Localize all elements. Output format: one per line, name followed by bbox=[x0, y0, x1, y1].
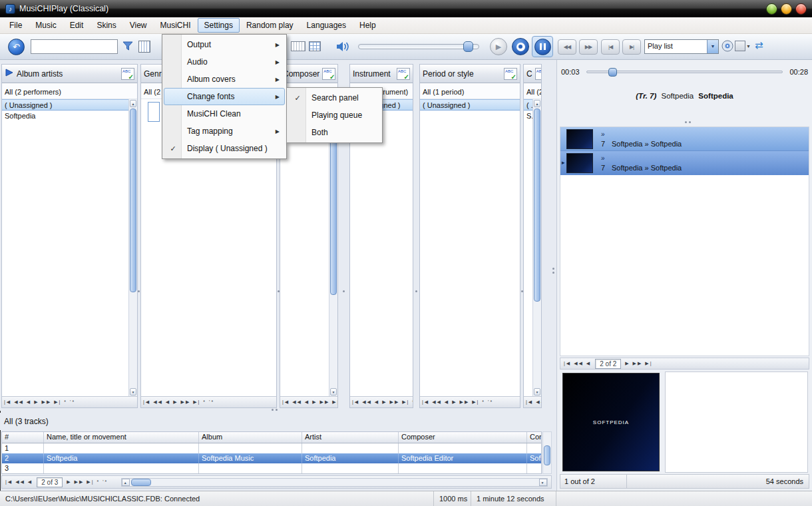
abc-filter-icon[interactable]: ABC✓ bbox=[322, 68, 335, 80]
splitter-handle[interactable] bbox=[685, 121, 692, 123]
seek-slider[interactable] bbox=[586, 71, 783, 73]
previous-track-button[interactable]: |◀ bbox=[601, 39, 620, 55]
abc-filter-icon[interactable]: ABC✓ bbox=[397, 68, 410, 80]
column-header-album[interactable]: Album bbox=[199, 432, 302, 443]
keyboard-icon[interactable] bbox=[291, 41, 305, 51]
splitter-handle[interactable] bbox=[276, 409, 278, 411]
menu-music[interactable]: Music bbox=[29, 18, 63, 33]
volume-slider[interactable] bbox=[358, 44, 479, 49]
refresh-icon[interactable]: ↶ bbox=[8, 39, 25, 55]
next-track-button[interactable]: ▶| bbox=[622, 39, 641, 55]
menu-languages[interactable]: Languages bbox=[300, 18, 353, 33]
list-item[interactable]: ( Unassigned ) bbox=[2, 99, 137, 111]
column-all-row[interactable]: All (2 c bbox=[524, 83, 541, 99]
menu-settings[interactable]: Settings bbox=[198, 18, 240, 33]
table-row-selected[interactable]: 2 Softpedia Softpedia Music Softpedia So… bbox=[2, 453, 541, 463]
chevron-down-icon[interactable]: ▼ bbox=[707, 40, 718, 53]
volume-slider-thumb[interactable] bbox=[463, 41, 473, 52]
filter-icon[interactable] bbox=[122, 41, 133, 53]
column-nav[interactable]: |◀ ◀◀ ◀ ▶ ▶▶ ▶| * '* bbox=[420, 396, 520, 407]
splitter-handle[interactable] bbox=[278, 290, 280, 292]
playlist-combobox[interactable]: Play list ▼ bbox=[644, 39, 719, 54]
scrollbar-thumb[interactable] bbox=[544, 445, 550, 465]
tag-tool-caret-icon[interactable]: ▼ bbox=[746, 44, 751, 49]
disc-icon[interactable] bbox=[721, 40, 733, 54]
pause-button[interactable] bbox=[532, 36, 553, 57]
menu-item-playing-queue[interactable]: Playing queue bbox=[288, 107, 381, 124]
scrollbar-thumb[interactable] bbox=[131, 479, 151, 486]
minimize-button[interactable] bbox=[766, 3, 777, 15]
column-header-artist[interactable]: Artist bbox=[302, 432, 399, 443]
menu-item-change-fonts[interactable]: Change fonts▶ bbox=[164, 88, 285, 105]
column-header-period[interactable]: Period or style ABC✓ bbox=[420, 65, 520, 83]
column-header-number[interactable]: # bbox=[2, 432, 44, 443]
queue-row[interactable]: » 7Softpedia » Softpedia bbox=[560, 127, 809, 151]
column-header-conductor[interactable]: C ABC✓ bbox=[524, 65, 541, 83]
menu-musichi[interactable]: MusiCHI bbox=[154, 18, 198, 33]
abc-filter-icon[interactable]: ABC✓ bbox=[535, 68, 542, 80]
scrollbar[interactable]: ▲ ▼ bbox=[128, 99, 137, 396]
column-nav[interactable]: |◀ ◀◀ ◀ ▶ ▶▶ ▶| * '* bbox=[280, 396, 337, 407]
column-header-instrument[interactable]: Instrument ABC✓ bbox=[350, 65, 413, 83]
menu-skins[interactable]: Skins bbox=[90, 18, 122, 33]
column-nav[interactable]: |◀ ◀◀ ◀ ▶ ▶▶ ▶| * '* bbox=[141, 396, 276, 407]
horizontal-scrollbar[interactable]: ▲ ▼ bbox=[121, 478, 548, 487]
column-header-album-artists[interactable]: Album artists ABC✓ bbox=[2, 65, 137, 83]
list-item[interactable]: ( Unassigned ) bbox=[420, 99, 520, 111]
menu-random-play[interactable]: Random play bbox=[240, 18, 300, 33]
column-nav[interactable]: |◀ ◀◀ ◀ ▶ ▶▶ ▶| * '* bbox=[2, 396, 137, 407]
scrollbar[interactable]: ▲ ▼ bbox=[329, 99, 337, 396]
abc-filter-icon[interactable]: ABC✓ bbox=[504, 68, 517, 80]
splitter-handle[interactable] bbox=[521, 290, 523, 292]
column-header-composer[interactable]: Composer ABC✓ bbox=[280, 65, 337, 83]
column-nav[interactable]: |◀ ◀◀ ◀ ▶ ▶▶ ▶| * '* bbox=[350, 396, 413, 407]
column-header-conductor[interactable]: Con bbox=[527, 432, 541, 443]
menu-help[interactable]: Help bbox=[353, 18, 383, 33]
menu-item-output[interactable]: Output▶ bbox=[164, 36, 285, 53]
nav-next-buttons[interactable]: ▶ ▶▶ ▶| bbox=[625, 361, 652, 366]
list-item[interactable]: Softpedia bbox=[2, 111, 137, 122]
stop-button[interactable] bbox=[512, 38, 529, 55]
seek-slider-thumb[interactable] bbox=[608, 68, 617, 77]
speaker-icon[interactable] bbox=[336, 41, 351, 55]
table-row[interactable]: 3 bbox=[2, 463, 541, 473]
nav-next-buttons[interactable]: ▶ ▶▶ ▶| * '* bbox=[67, 479, 108, 485]
tag-tool-icon[interactable] bbox=[735, 41, 745, 51]
column-chooser-icon[interactable] bbox=[138, 41, 150, 53]
menu-item-search-panel[interactable]: ✓Search panel bbox=[288, 89, 381, 107]
splitter-handle[interactable] bbox=[138, 290, 140, 292]
menu-item-musichi-clean[interactable]: MusiCHI Clean bbox=[164, 105, 285, 123]
splitter-handle[interactable] bbox=[343, 290, 345, 292]
genre-item-thumbnail[interactable] bbox=[148, 102, 160, 122]
nav-prev-buttons[interactable]: |◀ ◀◀ ◀ bbox=[5, 479, 33, 485]
column-header-composer[interactable]: Composer bbox=[399, 432, 527, 443]
table-row[interactable]: 1 bbox=[2, 443, 541, 453]
queue-row-current[interactable]: ▸ » 7Softpedia » Softpedia bbox=[560, 151, 809, 175]
menu-item-both[interactable]: Both bbox=[288, 124, 381, 141]
nav-prev-buttons[interactable]: |◀ ◀◀ ◀ bbox=[564, 361, 591, 366]
splitter-handle[interactable] bbox=[415, 290, 417, 292]
scrollbar[interactable]: ▲ ▼ bbox=[532, 99, 541, 396]
maximize-button[interactable] bbox=[781, 3, 792, 15]
abc-filter-icon[interactable]: ABC✓ bbox=[121, 68, 134, 80]
close-button[interactable] bbox=[795, 3, 807, 15]
column-nav[interactable]: |◀ ◀◀ ◀ ▶ ▶▶ ▶| * '* bbox=[524, 396, 541, 407]
table-scrollbar[interactable] bbox=[542, 431, 552, 474]
menu-item-display-unassigned[interactable]: ✓Display ( Unassigned ) bbox=[164, 140, 285, 157]
menu-file[interactable]: File bbox=[3, 18, 29, 33]
grid-view-icon[interactable] bbox=[309, 41, 321, 51]
menu-view[interactable]: View bbox=[123, 18, 154, 33]
sync-icon[interactable]: ⇄ bbox=[755, 39, 763, 51]
column-all-row[interactable]: All (1 period) bbox=[420, 83, 520, 99]
menu-edit[interactable]: Edit bbox=[63, 18, 91, 33]
scrollbar-thumb[interactable] bbox=[130, 109, 136, 292]
menu-item-tag-mapping[interactable]: Tag mapping▶ bbox=[164, 123, 285, 140]
column-all-row[interactable]: All (2 performers) bbox=[2, 83, 137, 99]
splitter-handle[interactable] bbox=[272, 409, 274, 411]
rewind-button[interactable]: ◀◀ bbox=[558, 39, 576, 55]
column-header-name[interactable]: Name, title or movement bbox=[44, 432, 199, 443]
search-input[interactable] bbox=[31, 39, 118, 54]
splitter-handle[interactable] bbox=[552, 268, 554, 270]
splitter-handle[interactable] bbox=[552, 272, 554, 274]
fast-forward-button[interactable]: ▶▶ bbox=[579, 39, 598, 55]
